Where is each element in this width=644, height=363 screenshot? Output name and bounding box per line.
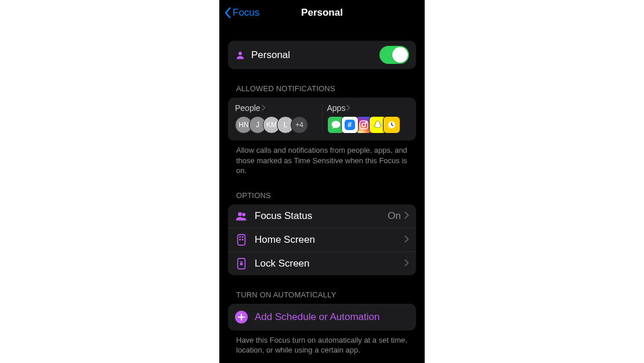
add-automation-label: Add Schedule or Automation: [255, 311, 379, 323]
svg-rect-8: [239, 236, 241, 238]
chevron-left-icon: [224, 7, 231, 19]
people-label: People: [235, 103, 261, 113]
focus-status-row[interactable]: Focus Status On: [228, 204, 416, 228]
plus-circle-icon: [235, 311, 248, 324]
nav-bar: Focus Personal: [219, 0, 425, 26]
chevron-right-icon: [262, 103, 266, 113]
back-button[interactable]: Focus: [219, 7, 259, 19]
home-screen-icon: [235, 234, 248, 246]
focus-toggle-row: Personal: [228, 41, 416, 69]
person-icon: [235, 50, 245, 60]
focus-status-icon: [235, 210, 248, 222]
add-automation-button[interactable]: Add Schedule or Automation: [228, 304, 416, 330]
focus-name: Personal: [251, 49, 379, 61]
svg-rect-13: [240, 263, 243, 265]
row-label: Lock Screen: [255, 258, 404, 269]
row-value: On: [388, 210, 401, 222]
svg-point-2: [361, 123, 365, 127]
svg-rect-9: [242, 236, 244, 238]
svg-point-0: [238, 52, 242, 55]
avatar-more: +4: [291, 116, 308, 134]
people-avatars: HN J KM L +4: [235, 116, 317, 134]
app-icons: #: [327, 116, 410, 134]
switch-knob: [392, 47, 408, 63]
svg-point-3: [366, 122, 367, 123]
allowed-card: People HN J KM L +4 Apps: [228, 98, 416, 141]
svg-point-5: [238, 212, 242, 216]
apps-label-row: Apps: [327, 103, 410, 113]
automation-footer: Have this Focus turn on automatically at…: [228, 330, 416, 355]
back-label: Focus: [233, 7, 259, 19]
automation-card: Add Schedule or Automation: [228, 304, 416, 330]
allowed-footer: Allow calls and notifications from peopl…: [228, 141, 416, 176]
svg-rect-11: [242, 239, 244, 240]
chevron-right-icon: [404, 235, 409, 245]
chevron-right-icon: [404, 211, 409, 221]
apps-label: Apps: [327, 103, 346, 113]
focus-toggle[interactable]: [379, 46, 409, 64]
people-label-row: People: [235, 103, 317, 113]
chevron-right-icon: [404, 258, 409, 269]
svg-point-6: [242, 213, 245, 216]
options-header: OPTIONS: [228, 191, 416, 200]
allowed-people[interactable]: People HN J KM L +4: [235, 103, 323, 134]
chevron-right-icon: [346, 103, 350, 113]
lock-screen-icon: [235, 258, 248, 269]
allowed-apps[interactable]: Apps #: [327, 103, 410, 134]
row-label: Home Screen: [255, 234, 404, 246]
svg-rect-10: [239, 239, 241, 240]
automation-header: TURN ON AUTOMATICALLY: [228, 290, 416, 299]
allowed-header: ALLOWED NOTIFICATIONS: [228, 84, 416, 93]
app-icon-clock: [383, 116, 400, 134]
options-list: Focus Status On Home Screen Lock: [228, 204, 416, 275]
home-screen-row[interactable]: Home Screen: [228, 228, 416, 251]
svg-rect-7: [238, 235, 245, 245]
row-label: Focus Status: [255, 210, 388, 222]
app-icon-groupme: #: [341, 116, 359, 134]
device-screen: Focus Personal Personal ALLOWED NOTIFICA…: [219, 0, 425, 363]
lock-screen-row[interactable]: Lock Screen: [228, 251, 416, 275]
